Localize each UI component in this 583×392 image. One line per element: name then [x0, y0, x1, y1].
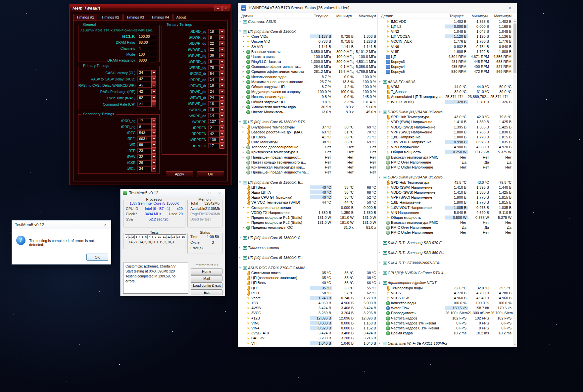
- dropdown-arrow-icon[interactable]: [151, 76, 156, 82]
- column-header-current[interactable]: Текущее: [441, 14, 465, 18]
- sensor-row[interactable]: PMIC Under НапряжениеНетНетНет: [378, 230, 513, 235]
- dropdown-arrow-icon[interactable]: [151, 136, 156, 142]
- sensor-row[interactable]: VIN21.048 В1.048 В1.048 В: [378, 29, 513, 34]
- timing-value[interactable]: 18: [208, 29, 219, 34]
- sensor-row[interactable]: >Core VIDs1.187 В0.728 В1.303 В: [238, 34, 377, 39]
- expand-icon[interactable]: >: [242, 146, 246, 149]
- sensor-row[interactable]: >Тепловое дросселирование ...НетНетНет: [238, 145, 377, 150]
- test-number-cell[interactable]: 12: [167, 234, 171, 239]
- close-button[interactable]: ×: [216, 191, 223, 195]
- sensor-row[interactable]: Температура воды32.6 °C32.0 °C39.5 °C: [378, 285, 513, 290]
- close-button[interactable]: ×: [503, 3, 517, 13]
- sensor-row[interactable]: SPD Hub Температура43.5 °C43.0 °C79.8 °C: [378, 180, 513, 185]
- sensor-group-row[interactable]: >S.M.A.R.T.: Samsung SSD 850 P...: [378, 250, 513, 255]
- sensor-row[interactable]: VIN80.000 В0.000 В1.168 В: [238, 320, 377, 325]
- sensor-row[interactable]: >Умножители частоты ядра36.5 x8.0 x51.0 …: [238, 104, 377, 109]
- expand-icon[interactable]: >: [242, 50, 246, 53]
- sensor-group-row[interactable]: >Система: ASUS: [238, 19, 377, 24]
- sensor-group-row[interactable]: ∨ASUS ROG STRIX Z790-F GAMIN...: [238, 265, 377, 270]
- sensor-row[interactable]: 1,8В Напряжение1.800 В1.770 В1.815 В: [378, 200, 513, 205]
- dropdown-arrow-icon[interactable]: [151, 95, 156, 101]
- tab-about[interactable]: About: [173, 14, 189, 21]
- sensor-row[interactable]: VIN90.832 В0.784 В0.840 В: [378, 44, 513, 49]
- scrollbar-thumb[interactable]: [513, 24, 516, 73]
- dropdown-arrow-icon[interactable]: [219, 47, 224, 52]
- dropdown-arrow-icon[interactable]: [219, 77, 224, 82]
- dropdown-arrow-icon[interactable]: [219, 41, 224, 46]
- sensor-row[interactable]: Ядра CPU GT (графика)40 °C38 °C52 °C: [238, 195, 377, 200]
- dropdown-arrow-icon[interactable]: [151, 148, 156, 154]
- minimize-button[interactable]: ─: [196, 191, 204, 195]
- sensor-row[interactable]: VCC5 USB4.960 В4.940 В4.960 В: [378, 295, 513, 300]
- sensor-row[interactable]: >Основные эффективные та...284.6 МГц0.1 …: [238, 64, 377, 69]
- sensor-group-row[interactable]: ∨ЦП [#0]: Intel Core i5-13600K: E...: [238, 180, 377, 185]
- collapse-icon[interactable]: ∨: [239, 30, 243, 33]
- collapse-icon[interactable]: ∨: [239, 181, 243, 184]
- timing-value[interactable]: 42: [137, 89, 151, 94]
- sensor-row[interactable]: >Базовые частоты3,650.0 МГц800.0 МГц5,10…: [238, 49, 377, 54]
- sensor-row[interactable]: 3VCC3.280 В3.264 В3.296 В: [238, 311, 377, 316]
- sensor-row[interactable]: +12В12.096 В12.096 В12.096 В: [238, 316, 377, 320]
- sensor-row[interactable]: Качество воды100.0 %100.0 %100.0 %: [378, 301, 513, 306]
- dialog-titlebar[interactable]: TestMem5 v0.12 ×: [12, 220, 111, 229]
- sensor-row[interactable]: Превышен предел мощности па...НетНетНет: [238, 170, 377, 175]
- dropdown-arrow-icon[interactable]: [219, 71, 224, 76]
- sensor-group-row[interactable]: >Сеть: Intel Wi-Fi 6E AX211 160MHz: [378, 341, 513, 346]
- dropdown-arrow-icon[interactable]: [219, 131, 224, 137]
- tab-timings-2[interactable]: Timings #2: [98, 14, 122, 21]
- sensor-row[interactable]: Высокая температура PMICНетНетНет: [378, 220, 513, 225]
- dropdown-arrow-icon[interactable]: [219, 35, 224, 40]
- test-number-cell[interactable]: 15: [181, 234, 186, 239]
- sensor-row[interactable]: SPD Hub Температура43.0 °C42.3 °C79.8 °C: [378, 115, 513, 120]
- dropdown-arrow-icon[interactable]: [219, 65, 224, 71]
- timing-value[interactable]: 14: [208, 77, 219, 82]
- sensor-group-row[interactable]: >Тайминги памяти: [238, 245, 377, 250]
- sensor-row[interactable]: VCCIN_AUX1.776 В1.760 В1.776 В: [378, 39, 513, 44]
- timing-value[interactable]: 99: [137, 142, 151, 147]
- sensor-row[interactable]: 1.0V VOUT Напряжение0.990 В0.975 В1.035 …: [378, 140, 513, 145]
- expand-icon[interactable]: >: [242, 151, 246, 154]
- timing-value[interactable]: 42: [138, 83, 152, 88]
- expand-icon[interactable]: >: [239, 236, 243, 239]
- maximize-button[interactable]: □: [489, 3, 503, 13]
- dropdown-arrow-icon[interactable]: [151, 118, 156, 124]
- sensor-row[interactable]: VPP (SWC) Напряжение1.800 В1.785 В1.830 …: [378, 129, 513, 134]
- timing-value[interactable]: 54: [208, 71, 219, 76]
- sensor-row[interactable]: >Максимальное использование ...23.7 %13.…: [238, 79, 377, 84]
- sensor-row[interactable]: VPP (SWC) Напряжение1.800 В1.770 В1.815 …: [378, 195, 513, 200]
- timing-value[interactable]: 68.00: [137, 40, 156, 45]
- timing-value[interactable]: 42: [137, 76, 151, 81]
- dropdown-arrow-icon[interactable]: [151, 70, 156, 75]
- sensor-row[interactable]: 1.0V VOUT Напряжение1.005 В0.975 В1.035 …: [378, 205, 513, 210]
- timing-value[interactable]: 24: [208, 89, 219, 94]
- collapse-icon[interactable]: ∨: [379, 281, 382, 284]
- collapse-icon[interactable]: ∨: [379, 80, 382, 83]
- maximize-button[interactable]: □: [206, 191, 214, 195]
- dropdown-arrow-icon[interactable]: [151, 89, 156, 94]
- timing-value[interactable]: 6800: [137, 58, 156, 63]
- timing-value[interactable]: 137: [208, 119, 219, 124]
- sensor-row[interactable]: IVR TX VDDQ1.320 В1.311 В1.326 В: [378, 99, 513, 104]
- sensor-row[interactable]: Частота кадров 0.1% низкая0 FPS0 FPS0 FP…: [378, 325, 513, 330]
- sensor-row[interactable]: >Превышен предел мощност...НетНетНет: [238, 155, 377, 160]
- dropdown-arrow-icon[interactable]: [151, 142, 156, 148]
- dropdown-arrow-icon[interactable]: [151, 160, 156, 166]
- sensor-row[interactable]: Время кадра10.2 ms10.2 ms10.2 ms: [378, 331, 513, 336]
- timing-value[interactable]: 6631: [137, 136, 151, 141]
- sensor-row[interactable]: Критическая температура кор...НетНетНет: [238, 165, 377, 170]
- memtweakit-titlebar[interactable]: Mem TweakIt ─ ×: [70, 4, 231, 12]
- timing-value[interactable]: 2T: [137, 102, 151, 107]
- timing-value[interactable]: 2: [208, 125, 219, 130]
- sensor-row[interactable]: VIN40.928 В0.000 В1.152 В: [238, 325, 377, 330]
- dropdown-arrow-icon[interactable]: [151, 166, 156, 172]
- test-number-cell[interactable]: 11: [162, 234, 167, 239]
- sensor-row[interactable]: Core Максимум38 °C36 °C69 °C: [238, 140, 377, 145]
- sensor-row[interactable]: Vcore1.243 В0.746 В1.270 В: [238, 295, 377, 300]
- timing-value[interactable]: 138: [208, 137, 219, 142]
- expand-icon[interactable]: >: [242, 70, 246, 73]
- timing-value[interactable]: 36: [208, 53, 219, 58]
- sensor-row[interactable]: Accumulated ЦП Температура25,374,474...2…: [378, 94, 513, 99]
- dropdown-arrow-icon[interactable]: [151, 124, 156, 130]
- tab-timings-3[interactable]: Timings #3: [123, 14, 147, 21]
- timing-value[interactable]: 26: [137, 160, 151, 165]
